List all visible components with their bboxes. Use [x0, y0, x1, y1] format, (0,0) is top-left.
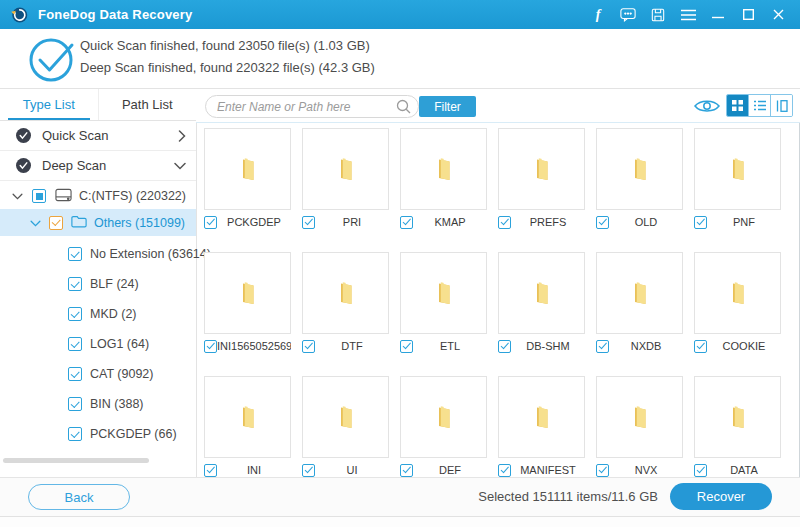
checkbox-checked-icon[interactable]	[68, 307, 82, 321]
grid-item-nxdb[interactable]: NXDB	[596, 252, 683, 353]
chevron-down-icon[interactable]	[174, 162, 186, 170]
folder-card[interactable]	[596, 128, 683, 210]
horizontal-scrollbar[interactable]	[3, 458, 149, 463]
checkbox-checked-icon[interactable]	[68, 367, 82, 381]
folder-icon	[530, 280, 554, 307]
close-icon[interactable]	[770, 7, 786, 23]
grid-item-pckgdep[interactable]: PCKGDEP	[204, 128, 291, 229]
chevron-down-icon[interactable]	[30, 216, 41, 230]
grid-item-old[interactable]: OLD	[596, 128, 683, 229]
checkbox-checked-icon[interactable]	[302, 216, 315, 229]
checkbox-checked-icon[interactable]	[68, 397, 82, 411]
back-button[interactable]: Back	[28, 484, 130, 510]
feedback-chat-icon[interactable]	[620, 7, 636, 23]
folder-card[interactable]	[204, 128, 291, 210]
folder-card[interactable]	[596, 376, 683, 458]
folder-card[interactable]	[400, 376, 487, 458]
folder-card[interactable]	[596, 252, 683, 334]
folder-card[interactable]	[302, 252, 389, 334]
facebook-icon[interactable]: f	[590, 7, 606, 23]
folder-card[interactable]	[498, 252, 585, 334]
grid-item-cookie[interactable]: COOKIE	[694, 252, 781, 353]
checkbox-checked-icon[interactable]	[204, 340, 217, 353]
checkbox-checked-icon[interactable]	[694, 216, 707, 229]
checkbox-checked-icon[interactable]	[302, 340, 315, 353]
tab-path-list[interactable]: Path List	[98, 89, 197, 120]
grid-item-nvx[interactable]: NVX	[596, 376, 683, 477]
checkbox-checked-icon[interactable]	[68, 427, 82, 441]
grid-item-def[interactable]: DEF	[400, 376, 487, 477]
folder-card[interactable]	[204, 252, 291, 334]
checkbox-checked-icon[interactable]	[204, 464, 217, 477]
tree-item-no-extension-63614[interactable]: No Extension (63614)	[0, 239, 196, 269]
folder-card[interactable]	[400, 128, 487, 210]
checkbox-checked-icon[interactable]	[400, 340, 413, 353]
menu-icon[interactable]	[680, 7, 696, 23]
folder-card[interactable]	[694, 376, 781, 458]
grid-item-ini[interactable]: INI	[204, 376, 291, 477]
tree-item-mkd-2[interactable]: MKD (2)	[0, 299, 196, 329]
checkbox-partial-icon[interactable]	[49, 216, 63, 230]
sidebar-item-deep-scan[interactable]: Deep Scan	[0, 151, 196, 181]
recover-button[interactable]: Recover	[670, 483, 772, 510]
chevron-down-icon[interactable]	[12, 189, 23, 203]
maximize-icon[interactable]	[740, 7, 756, 23]
checkbox-checked-icon[interactable]	[596, 464, 609, 477]
grid-item-etl[interactable]: ETL	[400, 252, 487, 353]
folder-card[interactable]	[498, 128, 585, 210]
checkbox-checked-icon[interactable]	[68, 337, 82, 351]
grid-item-ui[interactable]: UI	[302, 376, 389, 477]
checkbox-checked-icon[interactable]	[302, 464, 315, 477]
grid-item-data[interactable]: DATA	[694, 376, 781, 477]
minimize-icon[interactable]	[710, 7, 726, 23]
footer-bar: Back Selected 151111 items/11.6 GB Recov…	[0, 477, 800, 517]
folder-card[interactable]	[498, 376, 585, 458]
folder-card[interactable]	[302, 376, 389, 458]
folder-card[interactable]	[400, 252, 487, 334]
search-icon[interactable]	[396, 99, 411, 118]
column-view-button[interactable]	[770, 95, 792, 116]
tree-item-log1-64[interactable]: LOG1 (64)	[0, 329, 196, 359]
grid-item-pnf[interactable]: PNF	[694, 128, 781, 229]
preview-eye-icon[interactable]	[694, 98, 720, 114]
grid-item-pri[interactable]: PRI	[302, 128, 389, 229]
sidebar-item-quick-scan[interactable]: Quick Scan	[0, 121, 196, 151]
tree-item-others-selected[interactable]: Others (151099)	[0, 209, 196, 236]
tree-item-drive-c[interactable]: C:(NTFS) (220322)	[0, 184, 196, 208]
filter-button[interactable]: Filter	[419, 96, 476, 117]
checkbox-indeterminate-icon[interactable]	[32, 189, 46, 203]
grid-view-button[interactable]	[727, 95, 748, 116]
checkbox-checked-icon[interactable]	[498, 216, 511, 229]
search-input[interactable]	[205, 95, 419, 118]
tree-item-cat-9092[interactable]: CAT (9092)	[0, 359, 196, 389]
checkbox-checked-icon[interactable]	[400, 464, 413, 477]
tab-type-list[interactable]: Type List	[0, 89, 98, 120]
save-icon[interactable]	[650, 7, 666, 23]
chevron-right-icon[interactable]	[178, 130, 186, 142]
folder-name: DB-SHM	[511, 340, 585, 352]
checkbox-checked-icon[interactable]	[694, 340, 707, 353]
list-view-button[interactable]	[748, 95, 770, 116]
grid-item-prefs[interactable]: PREFS	[498, 128, 585, 229]
checkbox-checked-icon[interactable]	[498, 340, 511, 353]
folder-card[interactable]	[694, 252, 781, 334]
grid-item-db-shm[interactable]: DB-SHM	[498, 252, 585, 353]
checkbox-checked-icon[interactable]	[400, 216, 413, 229]
checkbox-checked-icon[interactable]	[68, 277, 82, 291]
checkbox-checked-icon[interactable]	[596, 340, 609, 353]
grid-item-dtf[interactable]: DTF	[302, 252, 389, 353]
tree-item-pckgdep-66[interactable]: PCKGDEP (66)	[0, 419, 196, 449]
tree-item-bin-388[interactable]: BIN (388)	[0, 389, 196, 419]
folder-card[interactable]	[694, 128, 781, 210]
checkbox-checked-icon[interactable]	[68, 247, 82, 261]
folder-card[interactable]	[302, 128, 389, 210]
grid-item-ini1565052569[interactable]: INI1565052569	[204, 252, 291, 353]
checkbox-checked-icon[interactable]	[204, 216, 217, 229]
grid-item-manifest[interactable]: MANIFEST	[498, 376, 585, 477]
tree-item-blf-24[interactable]: BLF (24)	[0, 269, 196, 299]
grid-item-kmap[interactable]: KMAP	[400, 128, 487, 229]
checkbox-checked-icon[interactable]	[694, 464, 707, 477]
checkbox-checked-icon[interactable]	[498, 464, 511, 477]
checkbox-checked-icon[interactable]	[596, 216, 609, 229]
folder-card[interactable]	[204, 376, 291, 458]
